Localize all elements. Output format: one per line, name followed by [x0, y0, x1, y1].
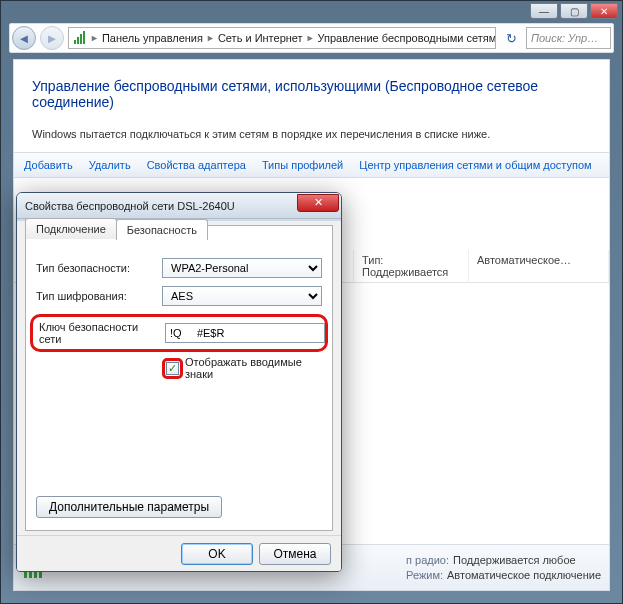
highlight-checkbox: ✓ — [162, 358, 183, 379]
details-right: п радио: Поддерживается любое Режим: Авт… — [406, 553, 601, 583]
show-chars-checkbox[interactable]: ✓ — [166, 362, 179, 375]
dialog-body: Тип безопасности: WPA2-Personal Тип шифр… — [25, 225, 333, 531]
maximize-button[interactable]: ▢ — [560, 3, 588, 19]
tab-connection[interactable]: Подключение — [25, 218, 117, 239]
minimize-button[interactable]: — — [530, 3, 558, 19]
wifi-properties-dialog: Свойства беспроводной сети DSL-2640U ✕ П… — [16, 192, 342, 572]
cmd-profile-types[interactable]: Типы профилей — [262, 159, 343, 171]
navbar: ◄ ► ► Панель управления ► Сеть и Интерне… — [9, 23, 614, 53]
cmd-network-center[interactable]: Центр управления сетями и общим доступом — [359, 159, 591, 171]
col-type[interactable]: Тип: Поддерживается — [354, 250, 469, 282]
breadcrumb-item[interactable]: Управление беспроводными сетями — [318, 32, 496, 44]
svg-rect-3 — [83, 31, 85, 44]
dialog-title: Свойства беспроводной сети DSL-2640U — [25, 200, 297, 212]
breadcrumb-sep-icon: ► — [90, 33, 99, 43]
details-radio-value: Поддерживается любое — [453, 553, 576, 568]
refresh-button[interactable]: ↻ — [500, 27, 522, 49]
breadcrumb-sep-icon: ► — [206, 33, 215, 43]
search-placeholder: Поиск: Упр… — [531, 32, 598, 44]
encryption-type-select[interactable]: AES — [162, 286, 322, 306]
search-input[interactable]: Поиск: Упр… — [526, 27, 611, 49]
nav-forward-button[interactable]: ► — [40, 26, 64, 50]
breadcrumb[interactable]: ► Панель управления ► Сеть и Интернет ► … — [68, 27, 496, 49]
breadcrumb-sep-icon: ► — [306, 33, 315, 43]
cmd-adapter-props[interactable]: Свойства адаптера — [147, 159, 246, 171]
security-key-label: Ключ безопасности сети — [39, 321, 157, 345]
window-titlebar: — ▢ ✕ — [1, 1, 622, 23]
security-key-field[interactable] — [165, 323, 325, 343]
close-button[interactable]: ✕ — [590, 3, 618, 19]
breadcrumb-item[interactable]: Сеть и Интернет — [218, 32, 303, 44]
svg-rect-0 — [74, 40, 76, 44]
ok-button[interactable]: OK — [181, 543, 253, 565]
cmd-remove[interactable]: Удалить — [89, 159, 131, 171]
dialog-footer: OK Отмена — [17, 535, 341, 571]
svg-rect-4 — [24, 572, 27, 578]
dialog-tabs: Подключение Безопасность — [25, 217, 207, 238]
col-auto[interactable]: Автоматическое… — [469, 250, 609, 282]
dialog-close-button[interactable]: ✕ — [297, 194, 339, 212]
svg-rect-1 — [77, 37, 79, 44]
show-chars-label: Отображать вводимые знаки — [185, 356, 322, 380]
advanced-settings-button[interactable]: Дополнительные параметры — [36, 496, 222, 518]
details-mode-value: Автоматическое подключение — [447, 568, 601, 583]
cancel-button[interactable]: Отмена — [259, 543, 331, 565]
encryption-type-label: Тип шифрования: — [36, 290, 154, 302]
security-form: Тип безопасности: WPA2-Personal Тип шифр… — [36, 258, 322, 306]
details-mode-label: Режим: — [406, 568, 443, 583]
command-bar: Добавить Удалить Свойства адаптера Типы … — [14, 152, 609, 178]
wifi-bars-icon — [73, 30, 87, 46]
cmd-add[interactable]: Добавить — [24, 159, 73, 171]
page-description: Windows пытается подключаться к этим сет… — [14, 110, 609, 152]
security-type-select[interactable]: WPA2-Personal — [162, 258, 322, 278]
highlight-key-row: Ключ безопасности сети — [30, 314, 328, 352]
tab-security[interactable]: Безопасность — [116, 219, 208, 240]
page-title: Управление беспроводными сетями, использ… — [14, 60, 609, 110]
nav-back-button[interactable]: ◄ — [12, 26, 36, 50]
breadcrumb-item[interactable]: Панель управления — [102, 32, 203, 44]
security-type-label: Тип безопасности: — [36, 262, 154, 274]
details-radio-label: п радио: — [406, 553, 449, 568]
svg-rect-2 — [80, 34, 82, 44]
dialog-titlebar[interactable]: Свойства беспроводной сети DSL-2640U ✕ — [17, 193, 341, 219]
show-chars-row: ✓ Отображать вводимые знаки — [162, 356, 322, 380]
